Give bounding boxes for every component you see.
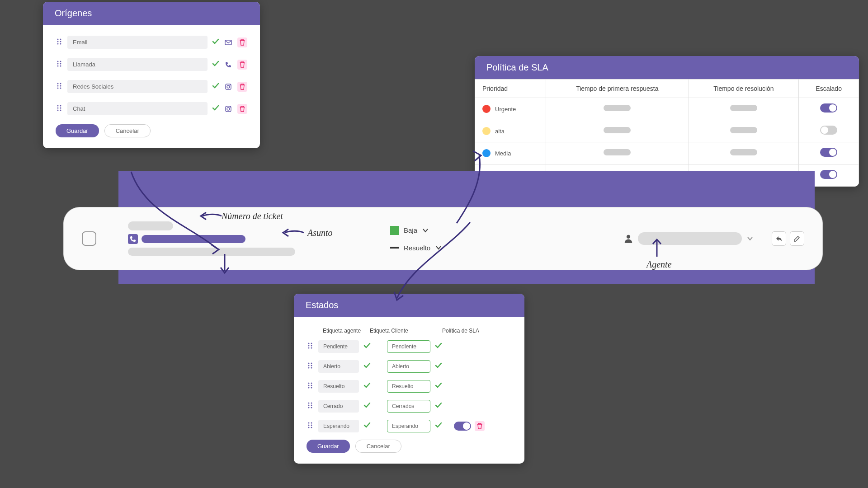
delete-button[interactable] <box>237 82 247 92</box>
sla-row: Urgente <box>475 98 859 120</box>
instagram-icon <box>224 83 233 90</box>
estados-panel: Estados Etiqueta agente Etiqueta Cliente… <box>294 294 524 464</box>
origin-row <box>56 102 247 115</box>
chevron-down-icon <box>422 227 429 234</box>
client-label-input[interactable] <box>387 340 430 353</box>
escalate-toggle[interactable] <box>820 170 837 179</box>
check-icon <box>363 362 371 371</box>
origin-input[interactable] <box>67 58 208 71</box>
ticket-number-placeholder <box>128 221 173 230</box>
client-label-input[interactable] <box>387 360 430 373</box>
delete-button[interactable] <box>237 38 247 47</box>
check-icon <box>435 402 442 411</box>
instagram-icon <box>224 105 233 113</box>
origin-input[interactable] <box>67 102 208 115</box>
sla-col: Tiempo de primera respuesta <box>546 80 689 98</box>
check-icon <box>363 342 371 351</box>
drag-handle-icon[interactable] <box>56 60 63 69</box>
col-sla-label: Política de SLA <box>442 328 496 334</box>
escalate-toggle[interactable] <box>820 148 837 157</box>
agent-label-input[interactable] <box>318 380 359 393</box>
status-label: Resuelto <box>404 244 430 252</box>
check-icon <box>363 422 371 431</box>
save-button[interactable]: Guardar <box>307 440 350 453</box>
first-response-placeholder <box>604 149 631 155</box>
cancel-button[interactable]: Cancelar <box>104 124 151 137</box>
sla-col: Escalado <box>799 80 859 98</box>
estado-row <box>307 360 512 373</box>
check-icon <box>212 38 219 47</box>
chevron-down-icon <box>435 244 442 251</box>
sla-toggle[interactable] <box>454 422 471 431</box>
estado-row <box>307 420 512 432</box>
status-color-icon <box>390 247 399 249</box>
sla-col: Tiempo de resolución <box>689 80 799 98</box>
agent-placeholder <box>638 232 742 245</box>
reply-button[interactable] <box>772 231 786 246</box>
ticket-desc-placeholder <box>128 248 295 256</box>
edit-button[interactable] <box>790 231 804 246</box>
resolution-placeholder <box>730 149 757 155</box>
priority-name: Urgente <box>495 106 516 113</box>
drag-handle-icon[interactable] <box>307 342 314 351</box>
check-icon <box>212 60 219 69</box>
check-icon <box>435 342 442 351</box>
sla-row: alta <box>475 120 859 142</box>
priority-name: alta <box>495 128 505 135</box>
drag-handle-icon[interactable] <box>307 402 314 411</box>
origin-row <box>56 36 247 49</box>
drag-handle-icon[interactable] <box>307 382 314 391</box>
save-button[interactable]: Guardar <box>56 124 99 137</box>
status-dropdown[interactable]: Resuelto <box>390 244 442 252</box>
priority-name: Media <box>495 150 511 157</box>
check-icon <box>212 82 219 91</box>
col-client-label: Etiqueta Cliente <box>370 328 442 334</box>
client-label-input[interactable] <box>387 380 430 393</box>
agent-label-input[interactable] <box>318 360 359 373</box>
estado-row <box>307 400 512 413</box>
first-response-placeholder <box>604 127 631 133</box>
delete-button[interactable] <box>237 60 247 70</box>
estados-title: Estados <box>294 294 524 317</box>
priority-label: Baja <box>404 226 417 234</box>
origin-row <box>56 80 247 93</box>
client-label-input[interactable] <box>387 420 430 432</box>
sla-title: Política de SLA <box>475 56 859 79</box>
check-icon <box>435 382 442 391</box>
col-agent-label: Etiqueta agente <box>307 328 370 334</box>
priority-dot-icon <box>482 149 491 157</box>
ticket-subject-placeholder <box>142 235 245 243</box>
check-icon <box>212 104 219 113</box>
origin-row <box>56 58 247 71</box>
drag-handle-icon[interactable] <box>56 104 63 113</box>
origin-input[interactable] <box>67 80 208 93</box>
agent-label-input[interactable] <box>318 400 359 413</box>
priority-dot-icon <box>482 127 491 135</box>
check-icon <box>435 362 442 371</box>
sla-panel: Política de SLA PrioridadTiempo de prime… <box>475 56 859 187</box>
estado-row <box>307 340 512 353</box>
chevron-down-icon[interactable] <box>746 235 754 242</box>
drag-handle-icon[interactable] <box>56 38 63 47</box>
check-icon <box>363 382 371 391</box>
drag-handle-icon[interactable] <box>307 422 314 431</box>
client-label-input[interactable] <box>387 400 430 413</box>
agent-label-input[interactable] <box>318 340 359 353</box>
cancel-button[interactable]: Cancelar <box>355 440 401 453</box>
drag-handle-icon[interactable] <box>307 362 314 371</box>
phone-icon <box>224 61 233 68</box>
ticket-checkbox[interactable] <box>82 231 96 246</box>
escalate-toggle[interactable] <box>820 126 837 135</box>
origin-input[interactable] <box>67 36 208 49</box>
priority-dropdown[interactable]: Baja <box>390 226 442 235</box>
drag-handle-icon[interactable] <box>56 82 63 91</box>
user-icon <box>623 234 633 244</box>
escalate-toggle[interactable] <box>820 103 837 113</box>
first-response-placeholder <box>604 105 631 111</box>
delete-button[interactable] <box>237 104 247 114</box>
agent-label-input[interactable] <box>318 420 359 432</box>
priority-color-icon <box>390 226 399 235</box>
check-icon <box>435 422 442 431</box>
delete-button[interactable] <box>475 421 485 431</box>
sla-row: Media <box>475 142 859 164</box>
